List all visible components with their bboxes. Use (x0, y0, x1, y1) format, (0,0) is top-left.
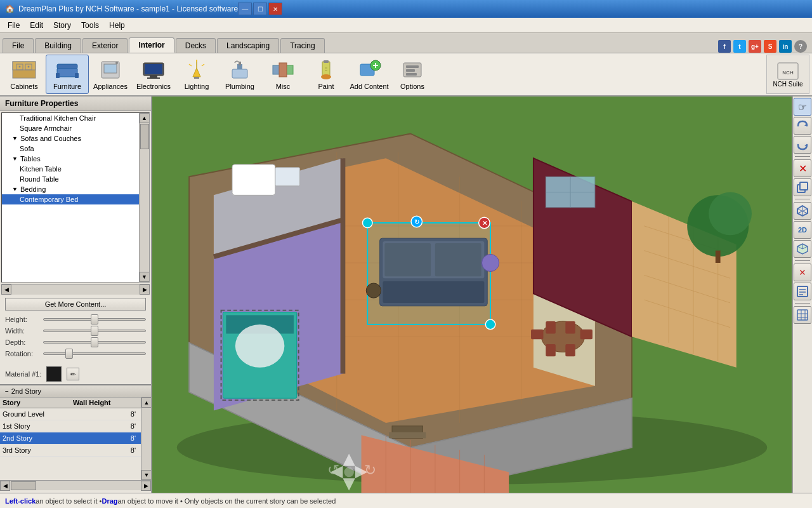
tree-scroll-left[interactable]: ◀ (1, 284, 11, 295)
grid-button[interactable] (794, 306, 811, 324)
menu-file[interactable]: File (3, 20, 25, 31)
help-icon[interactable]: ? (794, 40, 807, 53)
right-sidebar: ☞ ✕ (792, 97, 812, 508)
rotate-3d-button[interactable] (794, 117, 811, 135)
story-h-scroll-thumb[interactable] (11, 481, 36, 490)
linkedin-icon[interactable]: in (779, 40, 792, 53)
tree-category-sofas[interactable]: ▼Sofas and Couches (2, 133, 139, 144)
title-icon: 🏠 (5, 4, 15, 13)
tree-item-traditional-kitchen-chair[interactable]: Traditional Kitchen Chair (2, 113, 139, 123)
properties-button[interactable] (794, 283, 811, 300)
story-scroll-up[interactable]: ▲ (141, 398, 151, 408)
tab-file[interactable]: File (3, 38, 34, 53)
depth-thumb[interactable] (91, 337, 98, 347)
tree-scroll-track[interactable] (140, 123, 150, 272)
width-slider[interactable] (43, 330, 146, 332)
svg-rect-1 (13, 62, 36, 70)
measure-button[interactable]: ✕ (794, 264, 811, 281)
tree-scroll-up[interactable]: ▲ (140, 113, 150, 123)
pointer-tool-button[interactable]: ☞ (794, 98, 811, 116)
pan-button[interactable] (794, 136, 811, 154)
tree-scroll-track-h[interactable] (11, 284, 140, 295)
canvas[interactable]: ↻ ✕ (152, 97, 792, 508)
story-row-ground[interactable]: Ground Level 8' (0, 408, 141, 420)
width-slider-row: Width: (5, 327, 146, 335)
tab-exterior[interactable]: Exterior (82, 38, 128, 53)
story-panel-header[interactable]: − 2nd Story (0, 385, 151, 398)
height-thumb[interactable] (91, 314, 98, 324)
height-slider[interactable] (43, 318, 146, 321)
appliances-tool[interactable]: Appliances (89, 55, 132, 94)
electronics-tool[interactable]: Electronics (132, 55, 175, 94)
svg-rect-76 (565, 344, 575, 356)
material-edit-button[interactable]: ✏ (67, 368, 79, 380)
tree-item-sofa[interactable]: Sofa (2, 144, 139, 154)
story-scroll-right[interactable]: ▶ (141, 481, 151, 491)
svg-rect-40 (406, 73, 417, 76)
paint-tool[interactable]: Paint (304, 55, 348, 94)
cabinets-tool[interactable]: Cabinets (3, 55, 46, 94)
minimize-button[interactable]: — (238, 3, 252, 15)
story-h-scroll-track[interactable] (10, 481, 141, 490)
nch-suite-button[interactable]: NCH NCH Suite (766, 55, 809, 94)
rotation-thumb[interactable] (65, 349, 73, 359)
plumbing-tool[interactable]: Plumbing (218, 55, 261, 94)
story-panel: − 2nd Story Story Wall Height Ground Lev… (0, 384, 151, 508)
tree-item-contemporary-bed[interactable]: Contemporary Bed (2, 194, 139, 204)
menu-tools[interactable]: Tools (76, 20, 104, 31)
rotation-slider[interactable] (43, 352, 146, 355)
story-row-3rd[interactable]: 3rd Story 8' (0, 444, 141, 457)
story-row-1st[interactable]: 1st Story 8' (0, 420, 141, 432)
twitter-icon[interactable]: t (733, 40, 746, 53)
tab-tracing[interactable]: Tracing (280, 38, 325, 53)
tab-interior[interactable]: Interior (129, 37, 174, 53)
menu-help[interactable]: Help (104, 20, 130, 31)
copy-button[interactable] (794, 178, 811, 196)
3d-view-button[interactable] (794, 202, 811, 220)
material-swatch[interactable] (46, 366, 62, 382)
svg-point-85 (362, 218, 372, 228)
tab-decks[interactable]: Decks (176, 38, 216, 53)
3d-iso-button[interactable] (794, 240, 811, 258)
svg-rect-75 (546, 344, 556, 356)
stumbleupon-icon[interactable]: S (764, 40, 776, 53)
depth-label: Depth: (5, 338, 43, 346)
story-scroll-left[interactable]: ◀ (0, 481, 10, 491)
svg-rect-27 (279, 63, 287, 77)
status-left-click: Left-click (5, 497, 36, 505)
add-content-tool[interactable]: Add Content (348, 55, 391, 94)
tab-landscaping[interactable]: Landscaping (217, 38, 279, 53)
furniture-tool[interactable]: Furniture (46, 55, 89, 94)
lighting-tool[interactable]: Lighting (175, 55, 218, 94)
tree-category-bedding[interactable]: ▼Bedding (2, 184, 139, 194)
options-tool[interactable]: Options (391, 55, 434, 94)
furniture-properties-panel: Furniture Properties Traditional Kitchen… (0, 97, 151, 384)
menu-story[interactable]: Story (48, 20, 76, 31)
story-scroll-track[interactable] (141, 408, 151, 470)
tab-building[interactable]: Building (35, 38, 81, 53)
tree-category-tables[interactable]: ▼Tables (2, 154, 139, 164)
story-scroll-down[interactable]: ▼ (141, 470, 151, 480)
maximize-button[interactable]: ☐ (253, 3, 267, 15)
misc-tool[interactable]: Misc (261, 55, 304, 94)
furniture-tree: Traditional Kitchen Chair Square Armchai… (2, 113, 139, 282)
tree-item-square-armchair[interactable]: Square Armchair (2, 123, 139, 133)
tree-scroll-thumb[interactable] (140, 124, 149, 149)
tree-scroll-right[interactable]: ▶ (140, 284, 150, 295)
google-plus-icon[interactable]: g+ (749, 40, 761, 53)
story-h-scroll: ◀ ▶ (0, 480, 151, 490)
2d-view-button[interactable]: 2D (794, 221, 811, 239)
svg-rect-8 (56, 73, 60, 78)
tree-scroll-down[interactable]: ▼ (140, 272, 150, 282)
tree-item-round-table[interactable]: Round Table (2, 174, 139, 184)
story-row-2nd[interactable]: 2nd Story 8' (0, 432, 141, 444)
close-button[interactable]: ✕ (268, 3, 282, 15)
facebook-icon[interactable]: f (718, 40, 731, 53)
width-thumb[interactable] (91, 326, 98, 336)
furniture-tree-container: Traditional Kitchen Chair Square Armchai… (1, 112, 150, 283)
depth-slider[interactable] (43, 341, 146, 344)
delete-button[interactable]: ✕ (794, 159, 811, 177)
menu-edit[interactable]: Edit (25, 20, 48, 31)
get-more-content-button[interactable]: Get More Content... (5, 298, 146, 311)
tree-item-kitchen-table[interactable]: Kitchen Table (2, 164, 139, 174)
